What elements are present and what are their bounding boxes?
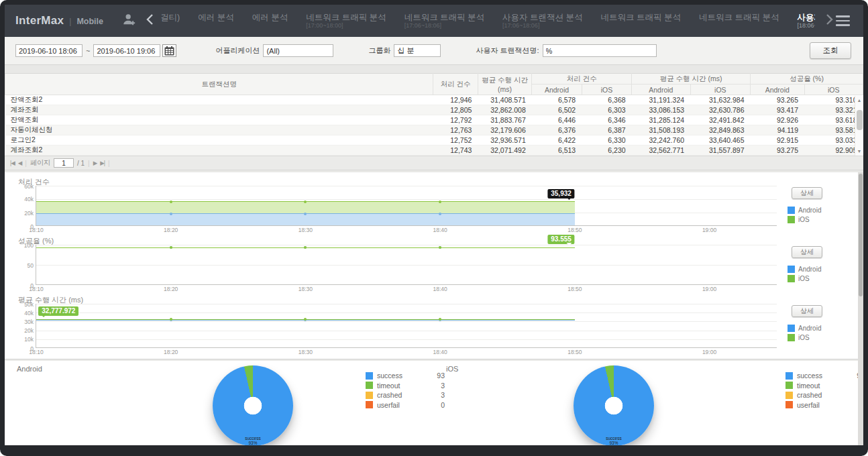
chart-block-2: 평균 수행 시간 (ms)50k40k30k20k10k018:1018:201…	[13, 293, 863, 356]
scroll-down-icon[interactable]: ▼	[855, 147, 864, 156]
txn-filter-input[interactable]	[543, 44, 657, 57]
pie-legend: success93timeout3crashed3userfail0	[785, 372, 863, 409]
pie-chart[interactable]: success93%	[213, 365, 293, 445]
detail-button[interactable]: 상세	[792, 187, 822, 199]
page-next-button[interactable]: ▶	[93, 160, 97, 166]
page-last-button[interactable]: ▶|	[100, 160, 105, 166]
x-axis-tick: 18:40	[433, 286, 447, 292]
content-scrollbar[interactable]	[858, 172, 863, 445]
table-row[interactable]: 로그인212,75232,936.5716,4226,33032,242.760…	[5, 135, 863, 146]
x-axis-tick: 19:00	[702, 349, 716, 355]
tab-1[interactable]: 에러 분석	[198, 13, 233, 30]
scroll-up-icon[interactable]: ▲	[855, 96, 864, 105]
date-from-input[interactable]	[15, 44, 83, 57]
tab-2[interactable]: 에러 분석	[252, 13, 288, 30]
content-lower: 처리 건수60k40k20k018:1018:2018:3018:4018:50…	[5, 172, 863, 445]
tabs-scroll-left-icon[interactable]	[146, 13, 154, 28]
cell-value: 6,502	[532, 105, 582, 115]
legend-label: timeout	[377, 382, 437, 390]
y-axis-tick: 10k	[12, 336, 34, 343]
tab-5[interactable]: 사용자 트랜잭션 분석[17:06~18:06]	[502, 13, 582, 30]
page-first-button[interactable]: |◀	[10, 160, 15, 166]
scrollbar-thumb[interactable]	[857, 110, 863, 130]
tab-3[interactable]: 네트워크 트래픽 분석[17:00~18:00]	[306, 13, 386, 30]
tab-4[interactable]: 네트워크 트래픽 분석[17:06~18:06]	[404, 13, 484, 30]
tab-0[interactable]: 걸티)	[160, 13, 180, 30]
y-axis-tick: 100	[12, 242, 34, 249]
subcol-count-ios[interactable]: iOS	[582, 84, 631, 95]
table-row[interactable]: 잔액조회12,79231,883.7676,4466,34631,285.124…	[5, 115, 863, 125]
content-scrollbar-thumb[interactable]	[859, 174, 863, 296]
chart-plot[interactable]: 10050018:1018:2018:3018:4018:5019:0093.5…	[36, 245, 777, 285]
table-scrollbar[interactable]: ▲ ▼	[855, 96, 863, 156]
cell-value: 32,849.863	[690, 125, 750, 135]
spacer	[5, 65, 863, 73]
cell-value: 6,303	[582, 105, 631, 115]
page-prev-button[interactable]: ◀	[18, 160, 22, 166]
app-filter-input[interactable]	[263, 44, 333, 57]
table-row[interactable]: 자동이체신청12,76332,179.6066,3766,38731,508.1…	[5, 125, 863, 135]
table-row[interactable]: 잔액조회212,94631,408.5716,5786,36831,191.32…	[5, 95, 863, 105]
cell-value: 31,632.984	[690, 95, 750, 105]
chart-plot[interactable]: 60k40k20k018:1018:2018:3018:4018:5019:00…	[36, 186, 777, 226]
cell-value: 32,936.571	[478, 135, 531, 146]
calendar-icon[interactable]	[162, 44, 176, 57]
subcol-success-android[interactable]: Android	[751, 84, 804, 95]
tab-6[interactable]: 네트워크 트래픽 분석	[601, 13, 681, 30]
group-header-count: 처리 건수	[532, 74, 632, 84]
legend-swatch	[785, 401, 793, 408]
pagination-bar: |◀ ◀ | 페이지 / 1 | ▶ ▶| |	[5, 156, 863, 170]
legend-swatch	[785, 372, 793, 380]
search-button[interactable]: 조회	[810, 42, 851, 59]
pie-chart[interactable]: success93%	[574, 365, 654, 445]
subcol-success-ios[interactable]: iOS	[804, 84, 863, 95]
app-logo: InterMax | Mobile	[15, 14, 103, 27]
tab-subtitle	[601, 22, 681, 30]
detail-button[interactable]: 상세	[792, 246, 822, 258]
menu-icon[interactable]	[833, 13, 853, 29]
x-axis-tick: 19:00	[702, 227, 716, 233]
table-row[interactable]: 계좌조회12,80532,862.0086,5026,30333,086.153…	[5, 105, 863, 115]
y-axis-tick: 40k	[12, 196, 34, 203]
tab-label: 네트워크 트래픽 분석	[601, 13, 681, 22]
legend-label: iOS	[798, 334, 810, 341]
user-add-icon[interactable]	[122, 12, 137, 30]
page-number-input[interactable]	[54, 158, 74, 168]
subcol-count-android[interactable]: Android	[532, 84, 582, 95]
date-to-input[interactable]	[93, 44, 160, 57]
chart-plot[interactable]: 50k40k30k20k10k018:1018:2018:3018:4018:5…	[36, 304, 777, 348]
tabs-scroll-right-icon[interactable]	[826, 13, 833, 28]
legend-label: Android	[798, 266, 821, 273]
cell-value: 6,387	[582, 125, 631, 135]
col-header-count[interactable]: 처리 건수	[433, 74, 478, 95]
chart-legend: AndroidiOS	[788, 325, 863, 341]
pie-section-ios: iOSsuccess93%success93timeout3crashed3us…	[434, 361, 863, 445]
chart-block-1: 성공율 (%)10050018:1018:2018:3018:4018:5019…	[13, 234, 863, 293]
gridline	[36, 245, 777, 245]
cell-value: 31,408.571	[478, 95, 531, 105]
x-axis-tick: 18:50	[567, 286, 582, 292]
pie-legend-item: userfail0	[366, 401, 445, 410]
cell-value: 93.417	[751, 105, 804, 115]
data-point	[439, 246, 441, 249]
pie-legend-item: timeout3	[366, 382, 445, 390]
tab-8[interactable]: 사용자 트랜잭션 분석[18:06~19:06]	[797, 13, 815, 30]
cell-value: 6,376	[532, 125, 582, 135]
detail-button[interactable]: 상세	[792, 305, 822, 317]
group-filter-input[interactable]	[394, 44, 441, 57]
tab-subtitle: [18:06~19:06]	[797, 22, 815, 30]
table-row[interactable]: 계좌조회212,74332,071.4926,5136,23032,562.77…	[5, 146, 863, 156]
col-header-txn-name[interactable]: 트랜잭션명	[5, 74, 433, 95]
subcol-avg-ios[interactable]: iOS	[690, 84, 750, 95]
y-axis-tick: 50	[12, 262, 34, 269]
legend-swatch	[366, 392, 373, 399]
tab-7[interactable]: 네트워크 트래픽 분석	[699, 13, 779, 30]
data-point	[304, 201, 307, 203]
cell-value: 92.915	[751, 135, 804, 146]
scrollbar-track[interactable]	[855, 105, 863, 147]
x-axis-tick: 18:10	[29, 286, 43, 292]
col-header-avg-time[interactable]: 평균 수행 시간(ms)	[478, 74, 531, 95]
gridline	[36, 339, 777, 340]
subcol-avg-android[interactable]: Android	[632, 84, 690, 95]
pie-legend-item: success93	[785, 372, 863, 380]
